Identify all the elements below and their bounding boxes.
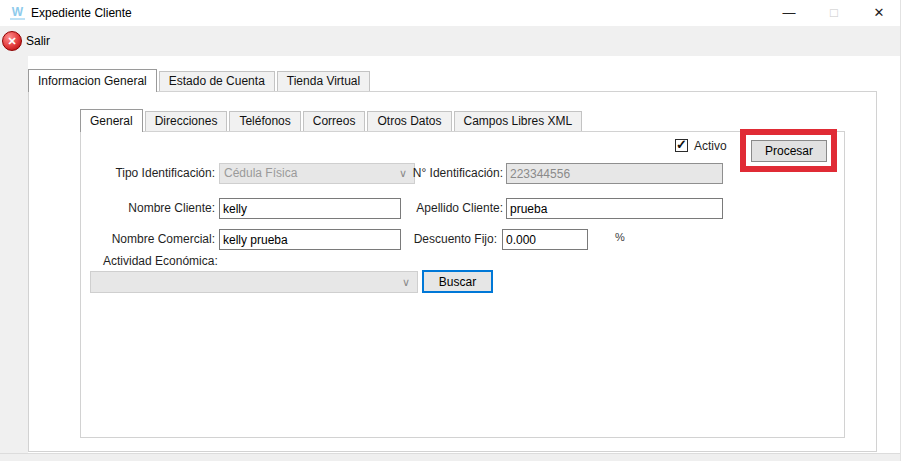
window-controls: — □ ✕ <box>759 0 894 26</box>
percent-label: % <box>615 231 625 243</box>
minimize-icon[interactable]: — <box>774 0 804 26</box>
inner-tabstrip: General Direcciones Teléfonos Correos Ot… <box>80 109 584 131</box>
activo-label: Activo <box>694 139 727 153</box>
actividad-economica-label: Actividad Económica: <box>103 251 218 272</box>
tipo-identificacion-value: Cédula Física <box>224 166 297 180</box>
window-title: Expediente Cliente <box>31 6 132 20</box>
descuento-fijo-label: Descuento Fijo: <box>395 229 497 250</box>
exit-label: Salir <box>26 34 50 48</box>
buscar-button[interactable]: Buscar <box>422 270 493 293</box>
outer-tabstrip: Informacion General Estado de Cuenta Tie… <box>28 69 372 91</box>
descuento-fijo-input[interactable] <box>502 229 588 250</box>
tab-telefonos[interactable]: Teléfonos <box>229 111 300 131</box>
activo-checkbox[interactable]: ✓ <box>675 139 688 152</box>
tab-tienda-virtual[interactable]: Tienda Virtual <box>277 71 370 91</box>
tipo-identificacion-label: Tipo Identificación: <box>85 163 215 184</box>
procesar-button[interactable]: Procesar <box>751 140 827 162</box>
exit-button[interactable]: ✕ Salir <box>2 29 50 53</box>
tab-general[interactable]: General <box>80 109 143 132</box>
num-identificacion-label: N° Identificación: <box>395 163 503 184</box>
tab-correos[interactable]: Correos <box>303 111 366 131</box>
app-logo-icon: W <box>10 5 25 20</box>
nombre-comercial-input[interactable] <box>219 229 401 250</box>
exit-x-icon: ✕ <box>2 31 22 51</box>
num-identificacion-input <box>506 163 723 184</box>
window-bottom-edge <box>0 453 901 461</box>
chevron-down-icon: ∨ <box>402 272 410 292</box>
nombre-comercial-label: Nombre Comercial: <box>85 229 215 250</box>
title-bar: W Expediente Cliente — □ ✕ <box>0 0 900 26</box>
tab-informacion-general[interactable]: Informacion General <box>28 69 157 92</box>
maximize-icon: □ <box>819 0 849 26</box>
nombre-cliente-input[interactable] <box>219 198 401 219</box>
nombre-cliente-label: Nombre Cliente: <box>85 198 215 219</box>
close-icon[interactable]: ✕ <box>864 0 894 26</box>
tab-estado-de-cuenta[interactable]: Estado de Cuenta <box>159 71 275 91</box>
window-left-margin <box>0 56 28 461</box>
tab-direcciones[interactable]: Direcciones <box>145 111 228 131</box>
tab-campos-libres-xml[interactable]: Campos Libres XML <box>454 111 583 131</box>
tipo-identificacion-combobox: Cédula Física ∨ <box>219 163 415 184</box>
app-window: W Expediente Cliente — □ ✕ ✕ Salir Infor… <box>0 0 901 461</box>
apellido-cliente-input[interactable] <box>506 198 723 219</box>
apellido-cliente-label: Apellido Cliente: <box>395 198 503 219</box>
actividad-economica-combobox: ∨ <box>90 271 418 293</box>
tab-otros-datos[interactable]: Otros Datos <box>367 111 451 131</box>
check-icon: ✓ <box>676 137 687 152</box>
toolbar: ✕ Salir <box>0 26 900 56</box>
